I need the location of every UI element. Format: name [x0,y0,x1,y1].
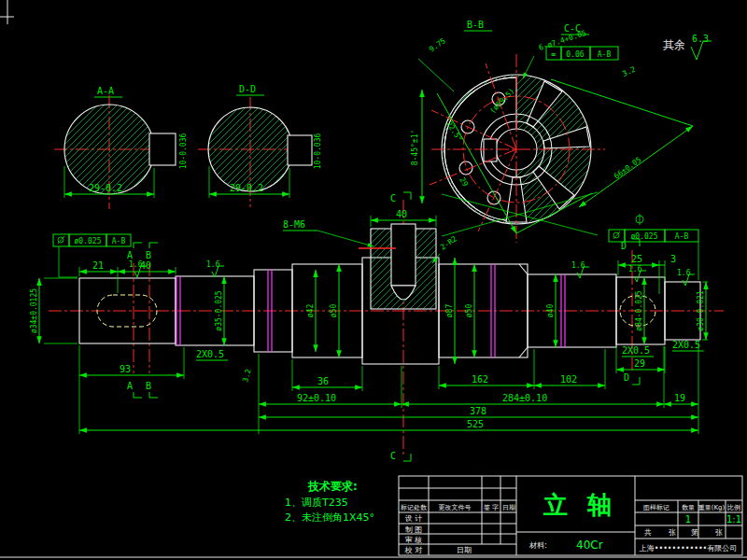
surface-note: 其余 6.3 [663,34,712,60]
dim-102: 102 [560,374,577,385]
fcf-symmetry-symbol: ≡ [552,50,557,59]
dim-dia34b: ø34-0.025 [635,290,643,331]
cut-d-top: D [621,241,627,251]
aa-label: A-A [97,86,114,96]
keyway-left [97,295,157,327]
tb-h-scale: 比例 [727,504,740,511]
main-shaft-view: ø0.025 A-B ø0.025 A-B A B A B C C D [30,192,724,461]
dim-dia87: ø87 [445,304,454,318]
surface-finish-icon [691,41,712,60]
section-view-a-a: A-A 29-0.2 10-0.036 [54,86,188,209]
tb-scale-value: 1:1 [726,514,741,525]
flange-holes-dim: 6-ø7.4+0.05 [538,29,587,52]
dd-keyway-dim: 10-0.036 [314,133,322,170]
title-block: 标记处数 更改文件号 签 字 日期 设 计 制 图 审 核 校 对 日期 立 轴… [399,476,742,555]
chamfer-label: 2X0.5 [672,340,700,350]
tb-row-design: 设 计 [405,514,423,523]
chamfer-label: 2X0.5 [196,349,224,359]
cad-drawing-sheet: A-A 29-0.2 10-0.036 D-D 29-0.2 10-0.036 … [0,0,747,560]
fcf-left: ø0.025 A-B [53,234,131,277]
dim-525: 525 [467,419,484,429]
thread-pocket-section [359,224,436,309]
technical-requirements: 技术要求: 1、调质T235 2、未注倒角1X45° [285,480,374,524]
finish-32: 3.2 [241,368,252,383]
cad-canvas: A-A 29-0.2 10-0.036 D-D 29-0.2 10-0.036 … [0,0,747,560]
tb-sheet2: 张 [715,528,723,537]
flange-finish32: 3.2 [621,65,637,78]
tb-col-doc: 更改文件号 [439,503,472,511]
cut-a-bottom: A [127,381,133,391]
cut-b-bottom: B [146,381,151,391]
fcf-right-tol: ø0.025 [631,232,658,241]
dim-40-keyway: 40 [140,260,151,271]
flange-fcf: ≡ 0.06 A-B [546,47,618,60]
company-name: 上海••••••••••••有限公司 [639,544,738,553]
dim-21: 21 [92,260,104,271]
tb-row-date: 日期 [457,546,472,554]
tb-sheet: 张 [669,528,676,537]
sheet-corner-mark [0,0,14,24]
fcf-right-datum: A-B [675,232,689,241]
tb-row-check: 审 核 [405,536,423,544]
dim-40-pocket: 40 [396,209,407,219]
tb-total: 共 [644,528,652,537]
flange-chamfer-note: 8-45°±1' [411,130,419,166]
cut-a-top: A [127,250,133,260]
dim-dia50b: ø50 [465,304,473,318]
tech-line2: 2、未注倒角1X45° [285,511,374,524]
dim-dia40: ø40 [546,304,555,318]
material-value: 40Cr [576,539,603,552]
dim-25: 25 [631,254,642,264]
dd-label: D-D [239,84,256,94]
dim-dia35: ø35-0.025 [215,290,223,331]
tb-col-date: 日期 [502,504,515,511]
tech-line1: 1、调质T235 [285,497,348,509]
tb-row-draft: 制 图 [405,525,423,534]
tb-no: 第 [691,528,698,537]
fcf-left-tol: ø0.025 [75,237,102,245]
material-label: 材料: [529,541,547,550]
fcf-symmetry-datum: A-B [598,50,612,59]
finish-16: 1.6 [677,269,691,277]
tech-title: 技术要求: [307,480,358,493]
bb-label: B-B [467,20,484,30]
dim-284: 284±0.10 [502,393,547,403]
aa-width-dim: 29-0.2 [89,183,122,193]
drawing-title: 立 轴 [543,491,617,519]
cut-c-top: C [390,193,396,203]
cut-b-top: B [146,250,151,260]
tb-qty-value: 1 [685,514,691,525]
finish-16: 1.6 [571,261,585,270]
dim-3: 3 [670,254,676,264]
dim-378: 378 [470,406,486,416]
tb-h-qty: 数量 [682,504,695,511]
section-view-d-d: D-D 29-0.2 10-0.036 [198,84,322,207]
dd-width-dim: 29-0.2 [230,183,263,193]
surface-note-label: 其余 [663,38,685,51]
finish-16: 1.6 [206,260,220,269]
dim-dia42: ø42 [306,304,315,318]
dim-36: 36 [317,376,329,386]
finish-16: 1.6 [628,265,642,273]
dim-19: 19 [674,393,685,403]
cut-d-bottom: D [624,372,629,383]
tb-col-mark: 标记处数 [400,504,428,511]
cut-c-bottom: C [390,451,396,461]
fcf-symmetry-tol: 0.06 [566,50,584,59]
tb-col-sign: 签 字 [484,504,499,511]
dim-dia50: ø50 [330,304,338,318]
aa-keyway-dim: 10-0.036 [179,133,188,170]
chamfer-label: 2X0.5 [622,345,650,356]
flange-span-dim: 66±0.05 [613,155,643,180]
tb-row-proof: 校 对 [404,546,423,554]
flange-radial-dim: 9.75 [428,36,447,54]
tb-h-weight: 重量(Kg) [698,504,726,511]
dim-29: 29 [634,358,645,369]
thread-callout: 8-M6 [283,219,305,230]
dim-92: 92±0.10 [297,393,336,403]
dim-dia30: ø30-0.021 [697,290,705,331]
dim-93: 93 [120,364,131,374]
fcf-left-datum: A-B [112,237,126,245]
surface-note-value: 6.3 [692,34,709,44]
dim-162: 162 [472,374,488,385]
